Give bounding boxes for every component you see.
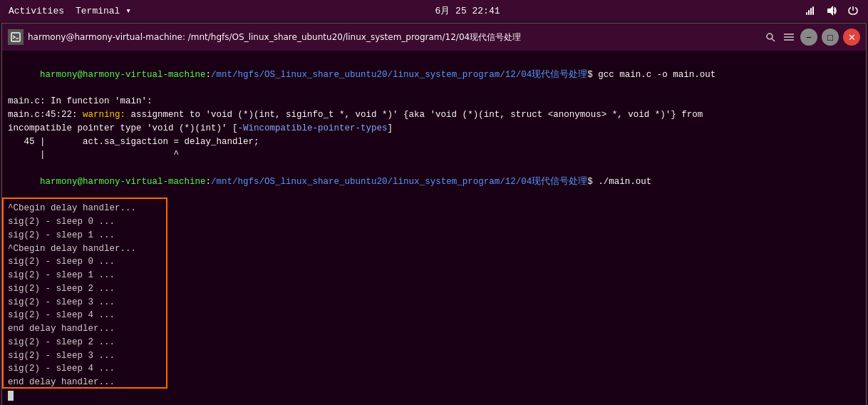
terminal-line-3: main.c:45:22: warning: assignment to 'vo…	[8, 108, 860, 122]
svg-line-8	[772, 39, 775, 41]
svg-rect-3	[812, 6, 814, 15]
svg-marker-4	[827, 6, 833, 16]
terminal-cursor-line	[8, 389, 860, 403]
terminal-line-10: sig(2) - sleep 1 ...	[8, 229, 860, 242]
terminal-window-icon	[8, 29, 24, 45]
terminal-line-6: | ^	[8, 148, 860, 162]
svg-rect-0	[806, 12, 807, 15]
svg-rect-2	[810, 8, 812, 15]
menu-button[interactable]	[782, 29, 796, 46]
terminal-window: harmony@harmony-virtual-machine: /mnt/hg…	[1, 23, 867, 405]
terminal-line-19: sig(2) - sleep 3 ...	[8, 349, 860, 363]
terminal-line-4: incompatible pointer type 'void (*)(int)…	[8, 122, 860, 135]
search-button[interactable]	[763, 29, 777, 46]
terminal-menu[interactable]: Terminal ▾	[76, 5, 131, 16]
terminal-line-2: main.c: In function 'main':	[8, 95, 860, 108]
activities-button[interactable]: Activities	[9, 6, 64, 16]
titlebar-controls: − □ ✕	[763, 29, 860, 46]
terminal-line-16: sig(2) - sleep 4 ...	[8, 309, 860, 322]
system-bar: Activities Terminal ▾ 6月 25 22:41	[0, 0, 868, 21]
close-button[interactable]: ✕	[843, 29, 860, 46]
titlebar-left: harmony@harmony-virtual-machine: /mnt/hg…	[8, 29, 521, 45]
terminal-line-17: end delay handler...	[8, 322, 860, 336]
maximize-button[interactable]: □	[822, 29, 839, 46]
svg-point-7	[767, 34, 773, 39]
svg-rect-1	[808, 10, 810, 15]
terminal-line-5: 45 | act.sa_sigaction = delay_handler;	[8, 135, 860, 149]
power-icon[interactable]	[847, 4, 859, 17]
terminal-content[interactable]: harmony@harmony-virtual-machine:/mnt/hgf…	[2, 51, 866, 405]
network-icon[interactable]	[804, 4, 817, 17]
volume-icon[interactable]	[825, 4, 838, 17]
terminal-line-7: harmony@harmony-virtual-machine:/mnt/hgf…	[8, 162, 860, 202]
minimize-button[interactable]: −	[800, 29, 817, 46]
terminal-line-8: ^Cbegin delay handler...	[8, 202, 860, 215]
terminal-line-9: sig(2) - sleep 0 ...	[8, 215, 860, 229]
terminal-title: harmony@harmony-virtual-machine: /mnt/hg…	[28, 31, 521, 43]
terminal-line-1: harmony@harmony-virtual-machine:/mnt/hgf…	[8, 55, 860, 95]
terminal-line-20: sig(2) - sleep 4 ...	[8, 362, 860, 376]
system-bar-right	[804, 4, 859, 17]
system-clock: 6月 25 22:41	[435, 4, 500, 17]
terminal-line-12: sig(2) - sleep 0 ...	[8, 255, 860, 269]
terminal-line-13: sig(2) - sleep 1 ...	[8, 269, 860, 282]
terminal-titlebar: harmony@harmony-virtual-machine: /mnt/hg…	[2, 24, 866, 51]
terminal-line-15: sig(2) - sleep 3 ...	[8, 296, 860, 309]
terminal-line-11: ^Cbegin delay handler...	[8, 242, 860, 256]
system-bar-left: Activities Terminal ▾	[9, 5, 131, 16]
terminal-line-14: sig(2) - sleep 2 ...	[8, 282, 860, 296]
terminal-line-18: sig(2) - sleep 2 ...	[8, 336, 860, 349]
terminal-line-21: end delay handler...	[8, 376, 860, 389]
